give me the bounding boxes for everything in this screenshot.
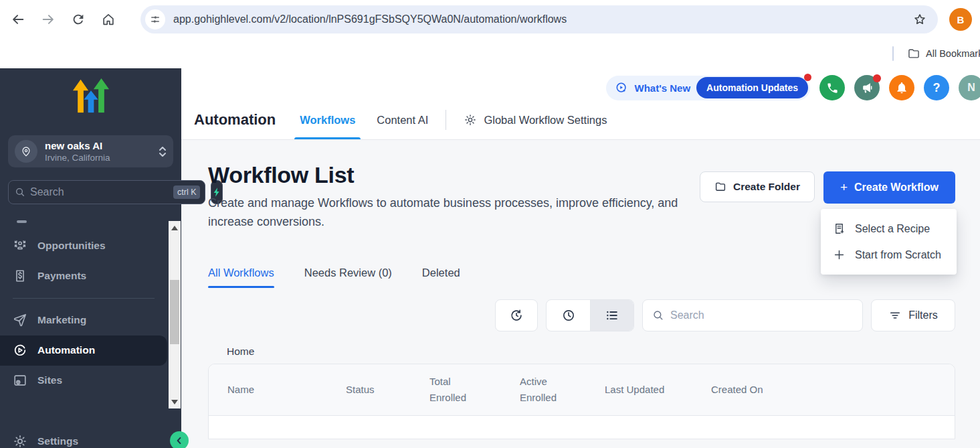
tab-content-ai[interactable]: Content AI: [377, 100, 428, 139]
sidebar-search-field[interactable]: [30, 186, 169, 198]
menu-item-select-recipe[interactable]: Select a Recipe: [821, 216, 957, 242]
sidebar-item-sites[interactable]: Sites: [0, 366, 181, 396]
notification-dot: [873, 74, 881, 82]
sidebar-divider: [13, 298, 155, 299]
scrollbar-down-arrow[interactable]: [169, 396, 181, 407]
sidebar-item-label: Opportunities: [37, 240, 106, 252]
list-icon: [605, 308, 619, 323]
breadcrumb-home[interactable]: Home: [227, 346, 955, 358]
location-pin-icon: [15, 140, 37, 163]
help-button[interactable]: ?: [924, 75, 949, 100]
sidebar-item-marketing[interactable]: Marketing: [0, 305, 181, 335]
list-view-button[interactable]: [590, 300, 633, 331]
workflow-list-page: Workflow List Create and manage Workflow…: [181, 140, 980, 448]
column-header-name[interactable]: Name: [227, 382, 346, 398]
chevron-left-icon: [175, 436, 184, 445]
scrollbar-thumb[interactable]: [170, 280, 179, 344]
bookmarks-divider: [892, 46, 894, 61]
sidebar-scrollbar[interactable]: [169, 221, 181, 408]
workflow-toolbar: Filters: [208, 299, 955, 331]
notifications-button[interactable]: [889, 75, 914, 100]
whats-new-icon: [615, 81, 629, 95]
bookmarks-folder-icon: [907, 47, 920, 63]
history-button[interactable]: [495, 299, 538, 331]
workflow-list-description: Create and manage Workflows to automate …: [208, 194, 682, 232]
tune-icon: [149, 13, 161, 25]
global-workflow-settings-label: Global Workflow Settings: [484, 114, 607, 127]
phone-button[interactable]: [819, 75, 845, 100]
automation-updates-badge[interactable]: Automation Updates: [696, 77, 808, 98]
whats-new-pill[interactable]: What's New Automation Updates: [606, 76, 810, 100]
tab-needs-review[interactable]: Needs Review (0): [304, 267, 392, 288]
payments-icon: [13, 269, 27, 283]
create-workflow-menu: Select a Recipe Start from Scratch: [821, 209, 957, 275]
home-button[interactable]: [100, 11, 117, 28]
workflow-search-field[interactable]: [670, 309, 853, 321]
sidebar-item-payments[interactable]: Payments: [0, 261, 181, 291]
sidebar-item-opportunities[interactable]: Opportunities: [0, 231, 181, 261]
create-workflow-button[interactable]: + Create Workflow: [823, 171, 955, 204]
address-bar[interactable]: app.gohighlevel.com/v2/location/lnPS691g…: [140, 5, 938, 33]
menu-item-label: Select a Recipe: [855, 223, 930, 235]
location-city: Irvine, California: [45, 153, 110, 163]
browser-profile-avatar[interactable]: B: [949, 8, 972, 31]
sidebar-search-input[interactable]: ctrl K: [8, 180, 205, 204]
notification-dot: [804, 74, 811, 81]
phone-icon: [826, 82, 839, 94]
bookmarks-bar: All Bookmarks: [0, 39, 980, 68]
location-name: new oaks AI: [45, 140, 110, 151]
tab-all-workflows[interactable]: All Workflows: [208, 267, 274, 288]
automation-icon: [13, 343, 27, 358]
bookmark-star-button[interactable]: [912, 12, 927, 27]
forward-button[interactable]: [39, 11, 57, 28]
create-folder-label: Create Folder: [733, 181, 800, 193]
marketing-icon: [13, 313, 27, 327]
reload-icon: [71, 12, 86, 27]
workflow-search[interactable]: [642, 299, 863, 331]
tab-workflows[interactable]: Workflows: [300, 100, 355, 139]
back-button[interactable]: [9, 11, 27, 28]
site-settings-button[interactable]: [145, 9, 165, 29]
chevron-up-down-icon: [159, 146, 167, 157]
create-folder-button[interactable]: Create Folder: [700, 171, 815, 202]
sidebar-collapse-button[interactable]: [170, 431, 189, 448]
table-body-empty: [209, 416, 955, 439]
reload-button[interactable]: [70, 11, 87, 28]
page-title: Automation: [194, 111, 276, 129]
search-icon: [15, 187, 25, 198]
scrollbar-up-arrow[interactable]: [169, 222, 181, 233]
column-header-last-updated[interactable]: Last Updated: [605, 382, 711, 398]
app-header: What's New Automation Updates: [181, 68, 980, 140]
create-workflow-label: Create Workflow: [854, 181, 939, 194]
tab-deleted[interactable]: Deleted: [422, 267, 460, 288]
opportunities-icon: [13, 238, 27, 253]
all-bookmarks-label[interactable]: All Bookmarks: [926, 48, 980, 59]
sidebar-item-settings[interactable]: Settings: [0, 426, 181, 448]
global-workflow-settings[interactable]: Global Workflow Settings: [464, 113, 607, 127]
column-header-created-on[interactable]: Created On: [711, 382, 811, 398]
home-icon: [101, 12, 116, 27]
browser-toolbar: app.gohighlevel.com/v2/location/lnPS691g…: [0, 0, 980, 39]
history-icon: [509, 308, 524, 323]
clock-icon: [561, 308, 576, 323]
whats-new-label[interactable]: What's New: [635, 82, 691, 94]
gear-icon: [464, 113, 477, 127]
view-toggle: [546, 299, 634, 331]
avatar-initial: N: [967, 82, 975, 94]
url-text[interactable]: app.gohighlevel.com/v2/location/lnPS691g…: [173, 13, 904, 25]
column-header-active-enrolled[interactable]: Active Enrolled: [520, 374, 605, 406]
menu-item-start-from-scratch[interactable]: Start from Scratch: [821, 242, 957, 268]
tabs-divider: [446, 110, 446, 130]
bell-icon: [895, 81, 908, 94]
filters-label: Filters: [908, 309, 938, 321]
announcements-button[interactable]: [854, 75, 880, 100]
sidebar-item-label: Settings: [37, 435, 78, 447]
location-switcher[interactable]: new oaks AI Irvine, California: [8, 135, 173, 167]
time-view-button[interactable]: [547, 300, 590, 331]
sidebar-item-automation[interactable]: Automation: [0, 335, 167, 366]
gohighlevel-logo: [68, 76, 114, 118]
user-avatar[interactable]: N: [959, 75, 980, 100]
column-header-status[interactable]: Status: [346, 382, 429, 398]
filters-button[interactable]: Filters: [871, 299, 955, 331]
column-header-total-enrolled[interactable]: Total Enrolled: [429, 374, 520, 406]
